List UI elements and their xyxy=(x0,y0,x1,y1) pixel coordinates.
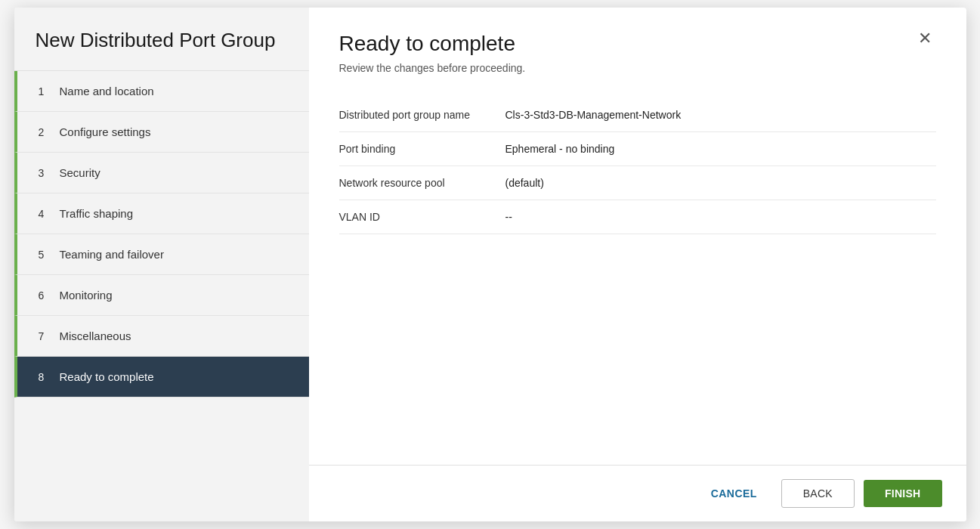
step-label: Miscellaneous xyxy=(60,329,131,342)
row-value: (default) xyxy=(505,166,936,200)
step-label: Security xyxy=(60,166,100,179)
table-row: VLAN ID-- xyxy=(339,200,936,234)
main-subtitle: Review the changes before proceeding. xyxy=(339,62,526,74)
main-header: Ready to complete Review the changes bef… xyxy=(309,8,966,74)
main-content: Ready to complete Review the changes bef… xyxy=(309,8,966,521)
step-number: 1 xyxy=(39,85,51,97)
step-label: Name and location xyxy=(60,85,154,97)
step-label: Ready to complete xyxy=(60,370,154,383)
sidebar-step-8[interactable]: 8Ready to complete xyxy=(14,357,309,398)
main-title-block: Ready to complete Review the changes bef… xyxy=(339,32,526,74)
row-label: Network resource pool xyxy=(339,166,505,200)
info-table-body: Distributed port group nameCls-3-Std3-DB… xyxy=(339,98,936,234)
step-label: Teaming and failover xyxy=(60,248,164,261)
sidebar-step-2[interactable]: 2Configure settings xyxy=(14,112,309,153)
sidebar-step-7[interactable]: 7Miscellaneous xyxy=(14,316,309,357)
back-button[interactable]: BACK xyxy=(781,479,855,508)
table-row: Port bindingEphemeral - no binding xyxy=(339,132,936,166)
row-label: Distributed port group name xyxy=(339,98,505,132)
step-label: Traffic shaping xyxy=(60,207,134,220)
info-table: Distributed port group nameCls-3-Std3-DB… xyxy=(339,98,936,234)
step-list: 1Name and location2Configure settings3Se… xyxy=(14,71,309,521)
step-number: 7 xyxy=(39,330,51,342)
row-label: Port binding xyxy=(339,132,505,166)
step-number: 2 xyxy=(39,126,51,138)
close-button[interactable]: ✕ xyxy=(914,29,936,48)
cancel-button[interactable]: CANCEL xyxy=(696,480,772,507)
sidebar-step-4[interactable]: 4Traffic shaping xyxy=(14,193,309,234)
row-value: Ephemeral - no binding xyxy=(505,132,936,166)
table-row: Network resource pool(default) xyxy=(339,166,936,200)
footer: CANCEL BACK FINISH xyxy=(309,465,966,521)
step-label: Monitoring xyxy=(60,289,113,302)
table-row: Distributed port group nameCls-3-Std3-DB… xyxy=(339,98,936,132)
step-number: 6 xyxy=(39,289,51,302)
row-value: -- xyxy=(505,200,936,234)
sidebar: New Distributed Port Group 1Name and loc… xyxy=(14,8,309,521)
row-label: VLAN ID xyxy=(339,200,505,234)
new-distributed-port-group-dialog: New Distributed Port Group 1Name and loc… xyxy=(14,8,966,521)
sidebar-step-3[interactable]: 3Security xyxy=(14,153,309,193)
step-number: 5 xyxy=(39,249,51,261)
sidebar-step-6[interactable]: 6Monitoring xyxy=(14,275,309,316)
sidebar-step-1[interactable]: 1Name and location xyxy=(14,71,309,112)
step-number: 8 xyxy=(39,371,51,383)
finish-button[interactable]: FINISH xyxy=(864,480,942,507)
step-number: 4 xyxy=(39,208,51,220)
main-title: Ready to complete xyxy=(339,32,526,56)
sidebar-step-5[interactable]: 5Teaming and failover xyxy=(14,234,309,275)
step-label: Configure settings xyxy=(60,125,151,138)
row-value: Cls-3-Std3-DB-Management-Network xyxy=(505,98,936,132)
step-number: 3 xyxy=(39,167,51,179)
dialog-title: New Distributed Port Group xyxy=(14,8,309,71)
